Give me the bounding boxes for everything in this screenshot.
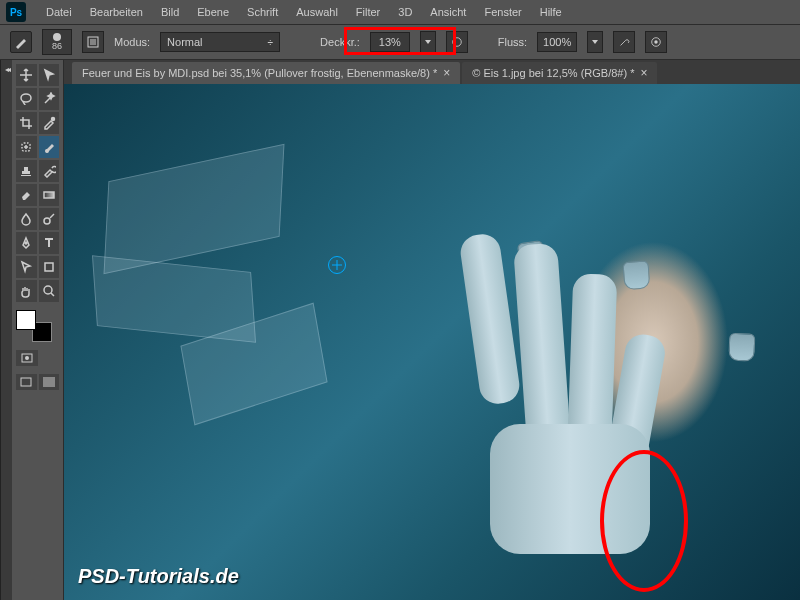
tool-preset-picker[interactable]	[10, 31, 32, 53]
stamp-tool[interactable]	[16, 160, 37, 182]
tab-background-document[interactable]: © Eis 1.jpg bei 12,5% (RGB/8#) * ×	[462, 62, 657, 84]
hand-tool[interactable]	[16, 280, 37, 302]
pressure-opacity-toggle[interactable]	[446, 31, 468, 53]
pressure-size-toggle[interactable]	[645, 31, 667, 53]
flow-input[interactable]: 100%	[537, 32, 577, 52]
menu-3d[interactable]: 3D	[390, 2, 420, 22]
menu-file[interactable]: Datei	[38, 2, 80, 22]
menu-edit[interactable]: Bearbeiten	[82, 2, 151, 22]
tools-panel	[12, 60, 64, 600]
history-brush-tool[interactable]	[39, 160, 60, 182]
foreground-swatch[interactable]	[16, 310, 36, 330]
blur-tool[interactable]	[16, 208, 37, 230]
magic-wand-tool[interactable]	[39, 88, 60, 110]
blend-mode-value: Normal	[167, 36, 202, 48]
healing-brush-tool[interactable]	[16, 136, 37, 158]
brush-preset-picker[interactable]: 86	[42, 29, 72, 55]
brush-panel-toggle[interactable]	[82, 31, 104, 53]
eyedropper-tool[interactable]	[39, 112, 60, 134]
menu-image[interactable]: Bild	[153, 2, 187, 22]
brush-cursor-icon	[328, 256, 346, 274]
direct-select-tool[interactable]	[16, 256, 37, 278]
svg-rect-10	[45, 263, 53, 271]
dodge-tool[interactable]	[39, 208, 60, 230]
flow-label: Fluss:	[498, 36, 527, 48]
collapse-icon: ◂◂	[5, 66, 9, 74]
svg-point-4	[21, 94, 31, 102]
screenmode-full[interactable]	[39, 374, 60, 390]
brush-size-label: 86	[52, 41, 62, 51]
move-tool[interactable]	[16, 64, 37, 86]
svg-rect-14	[21, 378, 31, 386]
flow-dropdown-arrow[interactable]	[587, 31, 603, 53]
watermark-text: PSD-Tutorials.de	[78, 565, 239, 588]
path-select-tool[interactable]	[39, 64, 60, 86]
menu-help[interactable]: Hilfe	[532, 2, 570, 22]
opacity-label: Deckkr.:	[320, 36, 360, 48]
document-area: Feuer und Eis by MDI.psd bei 35,1% (Pull…	[64, 60, 800, 600]
tab-label: Feuer und Eis by MDI.psd bei 35,1% (Pull…	[82, 67, 437, 79]
menu-bar: Ps Datei Bearbeiten Bild Ebene Schrift A…	[0, 0, 800, 24]
gradient-tool[interactable]	[39, 184, 60, 206]
shape-tool[interactable]	[39, 256, 60, 278]
color-swatches[interactable]	[16, 310, 52, 342]
type-tool[interactable]	[39, 232, 60, 254]
quickmask-toggle[interactable]	[16, 350, 38, 366]
panel-collapse-left[interactable]: ◂◂	[0, 60, 12, 600]
options-bar: 86 Modus: Normal ÷ Deckkr.: 13% Fluss: 1…	[0, 24, 800, 60]
menu-layer[interactable]: Ebene	[189, 2, 237, 22]
lasso-tool[interactable]	[16, 88, 37, 110]
zoom-tool[interactable]	[39, 280, 60, 302]
tab-close-button[interactable]: ×	[443, 66, 450, 80]
mode-label: Modus:	[114, 36, 150, 48]
canvas-image-hand	[420, 224, 680, 584]
menu-select[interactable]: Auswahl	[288, 2, 346, 22]
opacity-input[interactable]: 13%	[370, 32, 410, 52]
airbrush-toggle[interactable]	[613, 31, 635, 53]
pen-tool[interactable]	[16, 232, 37, 254]
brush-dot-icon	[53, 33, 61, 41]
document-tabs: Feuer und Eis by MDI.psd bei 35,1% (Pull…	[64, 60, 800, 84]
menu-type[interactable]: Schrift	[239, 2, 286, 22]
tab-active-document[interactable]: Feuer und Eis by MDI.psd bei 35,1% (Pull…	[72, 62, 460, 84]
svg-point-9	[25, 242, 27, 244]
svg-rect-15	[43, 377, 55, 387]
opacity-dropdown-arrow[interactable]	[420, 31, 436, 53]
brush-tool[interactable]	[39, 136, 60, 158]
svg-point-1	[453, 38, 462, 47]
menu-view[interactable]: Ansicht	[422, 2, 474, 22]
svg-rect-7	[44, 192, 54, 198]
menu-filter[interactable]: Filter	[348, 2, 388, 22]
svg-point-13	[25, 356, 29, 360]
svg-point-8	[44, 218, 50, 224]
app-logo: Ps	[6, 2, 26, 22]
tab-label: © Eis 1.jpg bei 12,5% (RGB/8#) *	[472, 67, 634, 79]
screenmode-standard[interactable]	[16, 374, 37, 390]
svg-point-3	[654, 40, 657, 43]
eraser-tool[interactable]	[16, 184, 37, 206]
crop-tool[interactable]	[16, 112, 37, 134]
tab-close-button[interactable]: ×	[640, 66, 647, 80]
menu-window[interactable]: Fenster	[476, 2, 529, 22]
svg-point-5	[51, 118, 54, 121]
canvas[interactable]: PSD-Tutorials.de	[64, 84, 800, 600]
blend-mode-dropdown[interactable]: Normal ÷	[160, 32, 280, 52]
svg-point-11	[44, 286, 52, 294]
